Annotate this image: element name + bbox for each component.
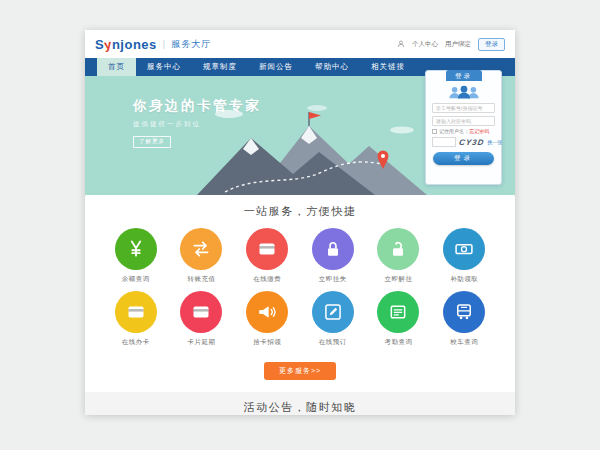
edit-icon (312, 291, 354, 333)
nav-items: 首页服务中心规章制度新闻公告帮助中心相关链接 (97, 58, 416, 76)
service-label: 在线预订 (300, 338, 366, 347)
announcements-title: 活动公告，随时知晓 (93, 400, 507, 415)
password-input[interactable] (432, 116, 495, 126)
more-services-button[interactable]: 更多服务>> (264, 362, 336, 380)
nav-item-3[interactable]: 新闻公告 (248, 58, 304, 76)
options-separator: | (466, 128, 467, 134)
service-item-9[interactable]: 在线预订 (300, 291, 366, 347)
service-label: 考勤查询 (366, 338, 432, 347)
forgot-password-link[interactable]: 忘记密码 (469, 128, 489, 134)
service-label: 在线缴费 (234, 275, 300, 284)
personal-center-link[interactable]: 个人中心 (412, 40, 438, 49)
service-item-2[interactable]: 在线缴费 (234, 228, 300, 284)
transfer-icon (180, 228, 222, 270)
person-icon (397, 40, 405, 48)
username-input[interactable] (432, 103, 495, 113)
yen-icon (115, 228, 157, 270)
app-title: 服务大厅 (171, 38, 211, 51)
service-label: 补助领取 (431, 275, 497, 284)
service-item-8[interactable]: 拾卡招领 (234, 291, 300, 347)
remember-checkbox[interactable] (432, 129, 437, 134)
service-label: 立即挂失 (300, 275, 366, 284)
service-item-7[interactable]: 卡片延期 (169, 291, 235, 347)
service-label: 卡片延期 (169, 338, 235, 347)
bus-icon (443, 291, 485, 333)
captcha-input[interactable] (432, 137, 456, 147)
megaphone-icon (246, 291, 288, 333)
hero-cta-button[interactable]: 了解更多 (133, 136, 171, 148)
card-icon (115, 291, 157, 333)
header: Synjones | 服务大厅 个人中心 用户绑定 登录 (85, 30, 515, 58)
service-label: 转账充值 (169, 275, 235, 284)
services-title: 一站服务，方便快捷 (85, 204, 515, 219)
nav-item-2[interactable]: 规章制度 (192, 58, 248, 76)
nav-item-4[interactable]: 帮助中心 (304, 58, 360, 76)
announcements-section: 活动公告，随时知晓 使用指南最新公告更多>>使用指南更多>> (85, 392, 515, 415)
service-item-3[interactable]: 立即挂失 (300, 228, 366, 284)
user-bind-link[interactable]: 用户绑定 (445, 40, 471, 49)
captcha-refresh-link[interactable]: 换一张 (487, 139, 502, 145)
service-item-4[interactable]: 立即解挂 (366, 228, 432, 284)
service-item-1[interactable]: 转账充值 (169, 228, 235, 284)
service-label: 在线办卡 (103, 338, 169, 347)
service-item-6[interactable]: 在线办卡 (103, 291, 169, 347)
service-item-0[interactable]: 余额查询 (103, 228, 169, 284)
header-divider: | (163, 39, 165, 49)
page-card: Synjones | 服务大厅 个人中心 用户绑定 登录 首页服务中心规章制度新… (85, 30, 515, 415)
login-tab[interactable]: 登录 (446, 70, 482, 81)
logo-suffix: njones (112, 37, 157, 52)
users-avatar-icon (447, 85, 481, 100)
brand-logo[interactable]: Synjones (95, 37, 157, 52)
login-panel: 登录 记住用户名 | 忘记密码 CY3D 换一张 登录 (425, 70, 502, 185)
service-item-10[interactable]: 考勤查询 (366, 291, 432, 347)
services-section: 一站服务，方便快捷 余额查询转账充值在线缴费立即挂失立即解挂补助领取在线办卡卡片… (85, 195, 515, 380)
service-label: 拾卡招领 (234, 338, 300, 347)
lock-icon (312, 228, 354, 270)
card-icon (180, 291, 222, 333)
service-item-11[interactable]: 校车查询 (431, 291, 497, 347)
unlock-icon (377, 228, 419, 270)
remember-label: 记住用户名 (439, 128, 464, 134)
card-icon (246, 228, 288, 270)
captcha-image[interactable]: CY3D (458, 138, 485, 147)
mountain-illustration (197, 104, 427, 195)
nav-item-5[interactable]: 相关链接 (360, 58, 416, 76)
nav-item-0[interactable]: 首页 (97, 58, 136, 76)
service-label: 余额查询 (103, 275, 169, 284)
nav-item-1[interactable]: 服务中心 (136, 58, 192, 76)
header-login-button[interactable]: 登录 (478, 38, 505, 51)
services-grid: 余额查询转账充值在线缴费立即挂失立即解挂补助领取在线办卡卡片延期拾卡招领在线预订… (103, 228, 497, 347)
login-submit-button[interactable]: 登录 (433, 152, 494, 165)
banknote-icon (443, 228, 485, 270)
service-item-5[interactable]: 补助领取 (431, 228, 497, 284)
service-label: 立即解挂 (366, 275, 432, 284)
list-icon (377, 291, 419, 333)
service-label: 校车查询 (431, 338, 497, 347)
